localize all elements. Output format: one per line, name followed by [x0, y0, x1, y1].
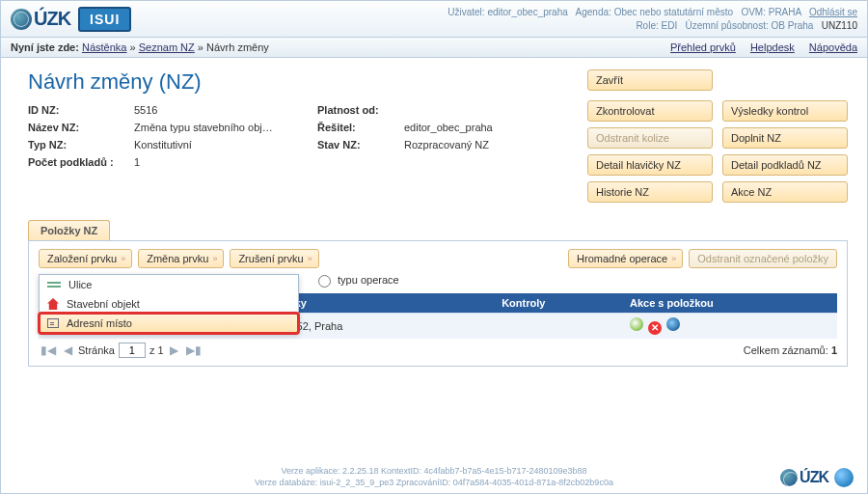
menu-item-address[interactable]: Adresní místo — [40, 314, 298, 333]
pager-next[interactable]: ▶ — [168, 343, 180, 357]
history-button[interactable]: Historie NZ — [587, 181, 713, 203]
globe-icon — [11, 9, 32, 30]
link-overview[interactable]: Přehled prvků — [670, 41, 736, 53]
logout-link[interactable]: Odhlásit se — [809, 7, 857, 17]
change-element-button[interactable]: Změna prvku» — [138, 249, 224, 268]
info-grid: ID NZ:5516 Platnost od: Název NZ:Změna t… — [28, 104, 558, 168]
menu-item-street[interactable]: Ulice — [40, 275, 298, 294]
pager-last[interactable]: ▶▮ — [184, 343, 203, 357]
col-checks[interactable]: Kontroly — [494, 293, 622, 314]
isui-ball-icon — [834, 468, 854, 487]
detail-icon[interactable] — [630, 317, 643, 331]
logo-isui: ISUI — [78, 7, 131, 32]
link-help[interactable]: Nápověda — [809, 41, 857, 53]
pager-first[interactable]: ▮◀ — [39, 343, 58, 357]
cancel-element-button[interactable]: Zrušení prvku» — [230, 249, 318, 268]
chevron-right-icon: » — [212, 254, 215, 263]
address-icon — [47, 318, 59, 328]
building-icon — [47, 298, 59, 310]
results-button[interactable]: Výsledky kontrol — [722, 100, 848, 122]
nz-name: Změna typu stavebního obj… — [134, 122, 317, 133]
detail-header-button[interactable]: Detail hlavičky NZ — [587, 154, 713, 176]
link-helpdesk[interactable]: Helpdesk — [750, 41, 795, 53]
crumb-list[interactable]: Seznam NZ — [139, 41, 195, 53]
col-actions: Akce s položkou — [622, 293, 837, 314]
user-name: editor_obec_praha — [487, 7, 567, 17]
breadcrumb: Nyní jste zde: Nástěnka » Seznam NZ » Ná… — [1, 38, 867, 58]
remove-selected-button: Odstranit označené položky — [689, 249, 837, 268]
delete-icon[interactable]: ✕ — [648, 321, 662, 335]
op-type-radio[interactable]: typu operace — [318, 274, 837, 288]
nz-id: 5516 — [134, 104, 317, 116]
page-code: UNZ110 — [822, 20, 857, 31]
new-element-menu: Ulice Stavební objekt Adresní místo — [39, 274, 299, 334]
actions-button[interactable]: Akce NZ — [722, 181, 848, 203]
chevron-right-icon: » — [121, 254, 123, 263]
close-button[interactable]: Zavřít — [587, 69, 713, 91]
pager: ▮◀ ◀ Stránka z 1 ▶ ▶▮ Celkem záznamů: 1 — [39, 339, 837, 362]
pager-page-input[interactable] — [119, 343, 146, 358]
check-button[interactable]: Zkontrolovat — [587, 100, 713, 122]
chevron-right-icon: » — [308, 254, 311, 263]
map-icon[interactable] — [666, 317, 680, 331]
new-element-button[interactable]: Založení prvku» — [39, 249, 132, 268]
bulk-ops-button[interactable]: Hromadné operace» — [568, 249, 683, 268]
header-info: Uživatel: editor_obec_praha Agenda: Obec… — [448, 6, 857, 33]
footer: Verze aplikace: 2.2.25.18 KontextID: 4c4… — [1, 465, 867, 489]
crumb-current: Návrh změny — [206, 41, 269, 53]
globe-icon — [780, 469, 798, 486]
detail-attach-button[interactable]: Detail podkladů NZ — [722, 154, 848, 176]
tab-items[interactable]: Položky NZ — [28, 220, 110, 240]
street-icon — [47, 282, 61, 288]
app-header: ÚZK ISUI Uživatel: editor_obec_praha Age… — [1, 1, 867, 38]
pager-prev[interactable]: ◀ — [62, 343, 74, 357]
chevron-right-icon: » — [671, 254, 674, 263]
fill-nz-button[interactable]: Doplnit NZ — [722, 127, 848, 149]
crumb-dashboard[interactable]: Nástěnka — [82, 41, 126, 53]
logo-cuzk: ÚZK — [11, 8, 70, 30]
page-title: Návrh změny (NZ) — [28, 69, 558, 95]
remove-collisions-button: Odstranit kolize — [587, 127, 713, 149]
menu-item-building[interactable]: Stavební objekt — [40, 294, 298, 314]
